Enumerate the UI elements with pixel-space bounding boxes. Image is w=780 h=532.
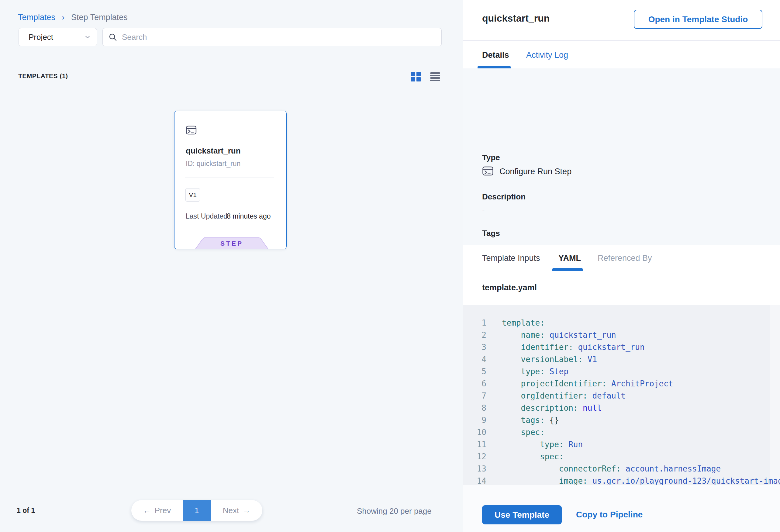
description-label: Description [482, 192, 526, 201]
yaml-editor[interactable]: 1template:2name: quickstart_run3identifi… [463, 305, 780, 485]
yaml-file-name: template.yaml [482, 283, 537, 292]
card-step-ribbon-label: STEP [221, 240, 243, 247]
tab-template-inputs[interactable]: Template Inputs [482, 253, 540, 263]
line-number: 12 [463, 450, 486, 463]
line-number: 2 [463, 329, 486, 341]
open-in-template-studio-button[interactable]: Open in Template Studio [634, 10, 762, 29]
type-label: Type [482, 153, 500, 162]
prev-label: Prev [155, 506, 171, 515]
details-title: quickstart_run [482, 13, 549, 24]
yaml-line: 10spec: [463, 426, 780, 438]
list-view-icon[interactable] [430, 72, 440, 81]
active-tab-underline [478, 66, 511, 68]
run-step-terminal-icon [482, 166, 494, 176]
template-card[interactable]: quickstart_run ID: quickstart_run V1 Las… [174, 111, 287, 249]
card-last-updated-label: Last Updated [186, 212, 227, 221]
templates-list-panel: Templates › Step Templates Project TEMPL… [0, 0, 463, 532]
active-subtab-underline [552, 268, 583, 271]
card-step-ribbon: STEP [195, 237, 269, 249]
scope-dropdown[interactable]: Project [18, 28, 97, 46]
line-number: 11 [463, 438, 486, 450]
yaml-lines: 1template:2name: quickstart_run3identifi… [463, 317, 780, 485]
line-number: 8 [463, 402, 486, 414]
details-content: Type Configure Run Step Description - Ta… [463, 68, 780, 245]
line-number: 6 [463, 378, 486, 390]
details-footer: Use Template Copy to Pipeline [463, 485, 780, 532]
tab-referenced-by[interactable]: Referenced By [598, 253, 652, 263]
search-input[interactable] [122, 33, 426, 42]
line-number: 7 [463, 390, 486, 402]
chevron-down-icon [85, 36, 90, 39]
breadcrumb: Templates › Step Templates [18, 13, 128, 22]
yaml-line: 5type: Step [463, 366, 780, 378]
yaml-line: 1template: [463, 317, 780, 329]
card-template-name: quickstart_run [186, 146, 241, 156]
scope-dropdown-value: Project [29, 33, 53, 42]
search-box [102, 28, 442, 46]
description-value: - [482, 206, 485, 215]
yaml-line: 11type: Run [463, 438, 780, 450]
yaml-line: 2name: quickstart_run [463, 329, 780, 341]
line-number: 9 [463, 414, 486, 426]
right-arrow-icon: → [243, 506, 250, 515]
yaml-line: 7orgIdentifier: default [463, 390, 780, 402]
yaml-line: 14image: us.gcr.io/playground-123/quicks… [463, 475, 780, 485]
per-page-status: Showing 20 per page [357, 506, 432, 516]
line-number: 14 [463, 475, 486, 485]
details-tab-bar: Details Activity Log [463, 41, 780, 68]
card-version-badge: V1 [185, 188, 200, 201]
line-number: 10 [463, 426, 486, 438]
yaml-file-header: template.yaml [463, 271, 780, 305]
line-number: 1 [463, 317, 486, 329]
tab-yaml[interactable]: YAML [558, 253, 581, 263]
tab-activity-log[interactable]: Activity Log [526, 50, 568, 60]
copy-to-pipeline-link[interactable]: Copy to Pipeline [576, 510, 643, 520]
pager: ← Prev 1 Next → [131, 500, 262, 521]
line-number: 5 [463, 366, 486, 378]
yaml-line: 6projectIdentifier: ArchitProject [463, 378, 780, 390]
tags-label: Tags [482, 229, 500, 238]
templates-count-header: TEMPLATES (1) [18, 72, 68, 80]
page-1-button[interactable]: 1 [183, 500, 211, 521]
details-header: quickstart_run Open in Template Studio [463, 0, 780, 41]
run-step-terminal-icon [186, 126, 197, 135]
line-number: 13 [463, 463, 486, 475]
yaml-line: 9tags: {} [463, 414, 780, 426]
yaml-line: 8description: null [463, 402, 780, 414]
tab-details[interactable]: Details [482, 50, 509, 60]
breadcrumb-separator-icon: › [62, 13, 65, 22]
yaml-line: 12spec: [463, 450, 780, 463]
card-template-id: ID: quickstart_run [186, 160, 240, 168]
type-value: Configure Run Step [499, 167, 572, 176]
yaml-line: 13connectorRef: account.harnessImage [463, 463, 780, 475]
breadcrumb-templates-link[interactable]: Templates [18, 13, 55, 22]
card-last-updated-value: 8 minutes ago [227, 212, 271, 221]
yaml-line: 4versionLabel: V1 [463, 353, 780, 366]
next-label: Next [223, 506, 239, 515]
prev-page-button[interactable]: ← Prev [131, 500, 183, 521]
yaml-line: 3identifier: quickstart_run [463, 341, 780, 353]
left-arrow-icon: ← [143, 506, 151, 515]
grid-view-icon[interactable] [411, 72, 421, 82]
template-details-panel: quickstart_run Open in Template Studio D… [463, 0, 780, 532]
next-page-button[interactable]: Next → [211, 500, 262, 521]
yaml-tab-bar: Template Inputs YAML Referenced By [463, 245, 780, 271]
use-template-button[interactable]: Use Template [482, 505, 562, 524]
line-number: 4 [463, 353, 486, 366]
page-summary: 1 of 1 [17, 506, 35, 515]
breadcrumb-current: Step Templates [71, 13, 128, 22]
line-number: 3 [463, 341, 486, 353]
search-icon [109, 33, 117, 41]
card-divider [185, 178, 274, 178]
